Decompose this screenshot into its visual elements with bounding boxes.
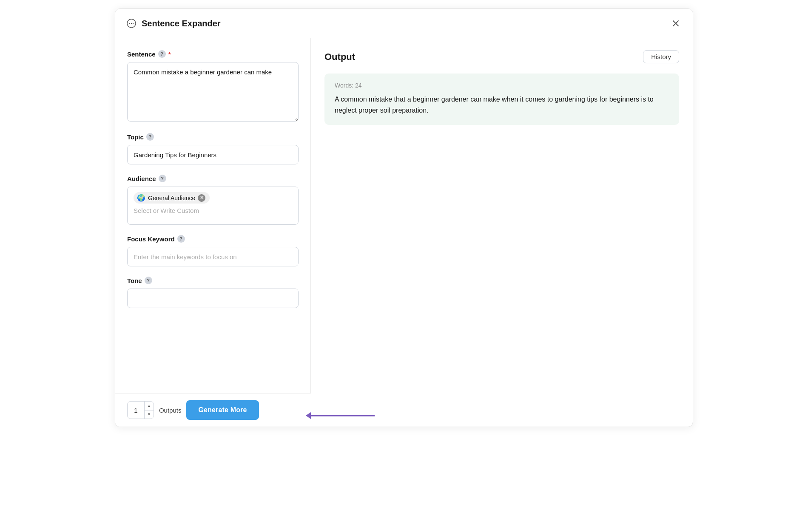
title-left: Sentence Expander — [125, 17, 221, 29]
output-text: A common mistake that a beginner gardene… — [335, 94, 669, 116]
focus-keyword-field-group: Focus Keyword ? — [127, 235, 299, 266]
topic-label: Topic ? — [127, 133, 299, 141]
audience-tag: 🌍 General Audience ✕ — [134, 192, 210, 204]
focus-keyword-label: Focus Keyword ? — [127, 235, 299, 243]
app-window: Sentence Expander Sentence ? * Common mi… — [115, 8, 693, 427]
output-card: Words: 24 A common mistake that a beginn… — [324, 74, 679, 125]
topic-help-icon[interactable]: ? — [146, 133, 154, 141]
tone-input[interactable] — [127, 289, 299, 308]
outputs-label: Outputs — [159, 407, 182, 414]
tone-field-group: Tone ? — [127, 277, 299, 308]
sentence-help-icon[interactable]: ? — [158, 50, 166, 58]
history-button[interactable]: History — [643, 50, 679, 63]
arrow-line — [311, 415, 375, 416]
left-panel: Sentence ? * Common mistake a beginner g… — [115, 38, 311, 393]
stepper-down-button[interactable]: ▼ — [145, 410, 154, 419]
close-button[interactable] — [669, 17, 683, 30]
sentence-label: Sentence ? * — [127, 50, 299, 58]
bottom-bar: 1 ▲ ▼ Outputs Generate More — [115, 393, 311, 427]
arrow-annotation — [306, 412, 375, 419]
stepper-arrows: ▲ ▼ — [145, 402, 154, 419]
topic-input[interactable] — [127, 145, 299, 164]
output-words: Words: 24 — [335, 82, 669, 89]
sentence-required: * — [168, 51, 171, 58]
sentence-field-group: Sentence ? * Common mistake a beginner g… — [127, 50, 299, 123]
right-panel: Output History Words: 24 A common mistak… — [311, 38, 693, 393]
sentence-label-text: Sentence — [127, 51, 156, 58]
outputs-stepper: 1 ▲ ▼ — [127, 401, 154, 419]
main-layout: Sentence ? * Common mistake a beginner g… — [115, 38, 693, 393]
generate-more-button[interactable]: Generate More — [186, 400, 259, 420]
audience-tag-label: General Audience — [148, 195, 195, 201]
focus-keyword-help-icon[interactable]: ? — [177, 235, 185, 243]
svg-point-1 — [129, 23, 130, 24]
topic-field-group: Topic ? — [127, 133, 299, 164]
arrow-head — [306, 412, 311, 419]
audience-input-box[interactable]: 🌍 General Audience ✕ Select or Write Cus… — [127, 187, 299, 225]
audience-placeholder: Select or Write Custom — [134, 207, 292, 214]
topic-label-text: Topic — [127, 133, 144, 141]
sentence-input[interactable]: Common mistake a beginner gardener can m… — [127, 62, 299, 122]
svg-point-2 — [131, 23, 132, 24]
audience-help-icon[interactable]: ? — [159, 175, 166, 182]
tone-help-icon[interactable]: ? — [145, 277, 152, 284]
tone-label-text: Tone — [127, 277, 142, 284]
menu-icon[interactable] — [125, 17, 137, 29]
stepper-up-button[interactable]: ▲ — [145, 402, 154, 410]
app-title: Sentence Expander — [142, 19, 221, 28]
tone-label: Tone ? — [127, 277, 299, 284]
audience-label-text: Audience — [127, 175, 156, 182]
focus-keyword-input[interactable] — [127, 247, 299, 266]
stepper-value: 1 — [128, 402, 145, 419]
focus-keyword-label-text: Focus Keyword — [127, 235, 175, 243]
output-header: Output History — [324, 50, 679, 63]
audience-tag-remove[interactable]: ✕ — [198, 194, 205, 202]
title-bar: Sentence Expander — [115, 9, 693, 38]
audience-label: Audience ? — [127, 175, 299, 182]
audience-field-group: Audience ? 🌍 General Audience ✕ Select o… — [127, 175, 299, 225]
svg-point-3 — [133, 23, 134, 24]
output-title: Output — [324, 51, 355, 62]
audience-tag-icon: 🌍 — [137, 194, 145, 202]
